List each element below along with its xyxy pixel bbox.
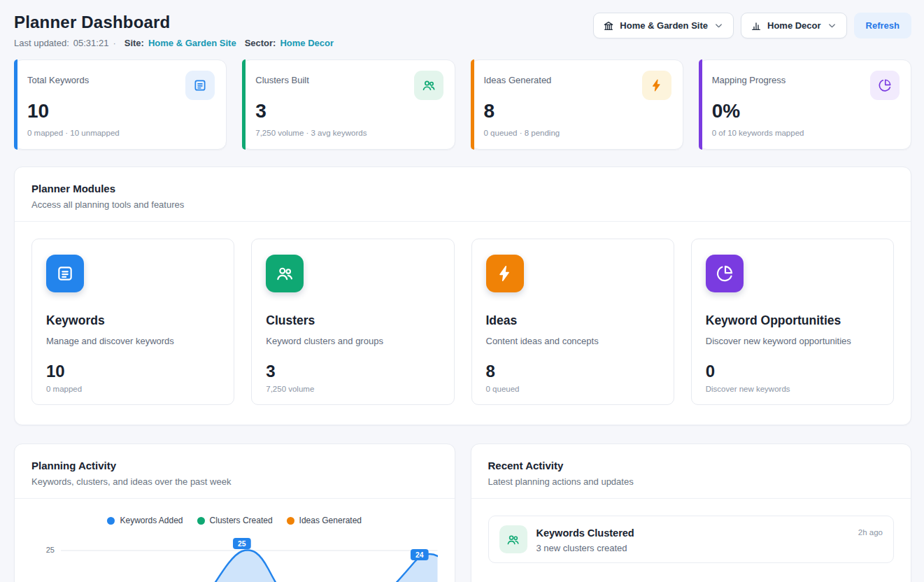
recent-activity-subtitle: Latest planning actions and updates <box>488 476 895 487</box>
module-value: 3 <box>266 362 439 381</box>
module-title: Keywords <box>46 313 220 328</box>
document-list-icon <box>46 255 84 292</box>
module-caption: Discover new keywords <box>706 385 879 393</box>
stat-caption: 0 mapped · 10 unmapped <box>27 129 215 137</box>
stat-label: Mapping Progress <box>712 71 786 85</box>
stat-card-clusters-built: Clusters Built 3 7,250 volume · 3 avg ke… <box>242 59 455 150</box>
modules-grid: Keywords Manage and discover keywords 10… <box>31 239 894 405</box>
pie-chart-icon <box>706 255 744 292</box>
module-card-keyword-opportunities[interactable]: Keyword Opportunities Discover new keywo… <box>691 239 894 405</box>
sector-label: Sector: <box>245 38 276 48</box>
chevron-down-icon <box>827 20 837 31</box>
module-caption: 7,250 volume <box>266 385 439 393</box>
last-updated-value: 05:31:21 <box>73 38 109 48</box>
divider <box>15 498 455 499</box>
svg-text:25: 25 <box>238 540 246 548</box>
site-link[interactable]: Home & Garden Site <box>148 38 236 48</box>
module-description: Keyword clusters and groups <box>266 336 439 346</box>
planning-activity-subtitle: Keywords, clusters, and ideas over the p… <box>31 476 438 487</box>
planner-dashboard-page: Planner Dashboard Last updated: 05:31:21… <box>0 0 924 582</box>
point-label-25: 25 <box>233 538 251 549</box>
modules-section-subtitle: Access all planning tools and features <box>31 199 894 210</box>
stat-label: Ideas Generated <box>484 71 552 85</box>
users-icon <box>414 71 443 100</box>
site-label: Site: <box>125 38 144 48</box>
divider <box>471 498 911 499</box>
svg-text:24: 24 <box>415 551 424 559</box>
page-title: Planner Dashboard <box>14 13 334 32</box>
recent-item-timestamp: 2h ago <box>858 525 883 537</box>
sector-link[interactable]: Home Decor <box>280 38 334 48</box>
meta-line: Last updated: 05:31:21 · Site: Home & Ga… <box>14 38 334 48</box>
stat-label: Clusters Built <box>255 71 309 85</box>
document-list-icon <box>185 71 215 100</box>
recent-item-description: 3 new clusters created <box>536 543 849 553</box>
stat-value: 8 <box>484 100 671 122</box>
module-title: Keyword Opportunities <box>706 313 879 328</box>
y-axis-tick: 25 <box>31 535 61 582</box>
header-left: Planner Dashboard Last updated: 05:31:21… <box>14 13 334 48</box>
keywords-area-series: 25 24 <box>61 535 438 582</box>
legend-item-ideas-generated[interactable]: Ideas Generated <box>287 516 362 525</box>
meta-separator: · <box>113 38 115 48</box>
stat-value: 10 <box>27 100 215 122</box>
stat-card-mapping-progress: Mapping Progress 0% 0 of 10 keywords map… <box>699 59 911 150</box>
planner-modules-section: Planner Modules Access all planning tool… <box>14 166 911 425</box>
module-caption: 0 queued <box>486 385 660 393</box>
module-card-clusters[interactable]: Clusters Keyword clusters and groups 3 7… <box>251 239 454 405</box>
legend-label: Keywords Added <box>120 516 183 525</box>
planning-activity-panel: Planning Activity Keywords, clusters, an… <box>14 443 455 582</box>
module-value: 8 <box>486 362 660 381</box>
bottom-row: Planning Activity Keywords, clusters, an… <box>14 443 911 582</box>
stat-value: 3 <box>255 100 443 122</box>
module-description: Content ideas and concepts <box>486 336 660 346</box>
module-description: Manage and discover keywords <box>46 336 220 346</box>
recent-item-title: Keywords Clustered <box>536 525 849 539</box>
modules-section-title: Planner Modules <box>31 183 894 194</box>
legend-dot-green <box>197 517 205 525</box>
module-description: Discover new keyword opportunities <box>706 336 879 346</box>
sector-selector-dropdown[interactable]: Home Decor <box>741 13 847 38</box>
site-selector-label: Home & Garden Site <box>620 20 708 31</box>
planning-activity-title: Planning Activity <box>31 460 438 471</box>
recent-activity-item: Keywords Clustered 3 new clusters create… <box>488 516 895 563</box>
divider <box>15 221 911 222</box>
lightning-bolt-icon <box>486 255 524 292</box>
stat-label: Total Keywords <box>27 71 89 85</box>
module-value: 10 <box>46 362 220 381</box>
module-title: Clusters <box>266 313 439 328</box>
refresh-button[interactable]: Refresh <box>854 13 911 38</box>
page-header: Planner Dashboard Last updated: 05:31:21… <box>14 13 911 48</box>
area-chart: 25 25 24 <box>31 535 438 582</box>
sector-selector-label: Home Decor <box>767 20 821 31</box>
stat-caption: 7,250 volume · 3 avg keywords <box>255 129 443 137</box>
chart-legend: Keywords Added Clusters Created Ideas Ge… <box>31 516 438 525</box>
stat-value: 0% <box>712 100 900 122</box>
stat-card-ideas-generated: Ideas Generated 8 0 queued · 8 pending <box>471 59 683 150</box>
bar-chart-icon <box>751 20 762 31</box>
stats-row: Total Keywords 10 0 mapped · 10 unmapped… <box>14 59 911 150</box>
header-controls: Home & Garden Site Home Decor Refresh <box>593 13 911 38</box>
chevron-down-icon <box>713 20 724 31</box>
users-icon <box>499 525 527 553</box>
stat-card-total-keywords: Total Keywords 10 0 mapped · 10 unmapped <box>14 59 227 150</box>
legend-item-clusters-created[interactable]: Clusters Created <box>197 516 273 525</box>
point-label-24: 24 <box>411 549 429 560</box>
legend-label: Ideas Generated <box>299 516 362 525</box>
legend-dot-blue <box>107 517 115 525</box>
module-title: Ideas <box>486 313 660 328</box>
stat-caption: 0 of 10 keywords mapped <box>712 129 900 137</box>
recent-activity-panel: Recent Activity Latest planning actions … <box>471 443 912 582</box>
last-updated-label: Last updated: <box>14 38 69 48</box>
users-icon <box>266 255 304 292</box>
recent-activity-title: Recent Activity <box>488 460 895 471</box>
module-card-keywords[interactable]: Keywords Manage and discover keywords 10… <box>31 239 234 405</box>
lightning-bolt-icon <box>642 71 671 100</box>
module-caption: 0 mapped <box>46 385 220 393</box>
legend-dot-orange <box>287 517 294 525</box>
legend-label: Clusters Created <box>210 516 273 525</box>
module-card-ideas[interactable]: Ideas Content ideas and concepts 8 0 que… <box>471 239 674 405</box>
legend-item-keywords-added[interactable]: Keywords Added <box>107 516 183 525</box>
site-selector-dropdown[interactable]: Home & Garden Site <box>593 13 734 38</box>
pie-chart-icon <box>870 71 900 100</box>
